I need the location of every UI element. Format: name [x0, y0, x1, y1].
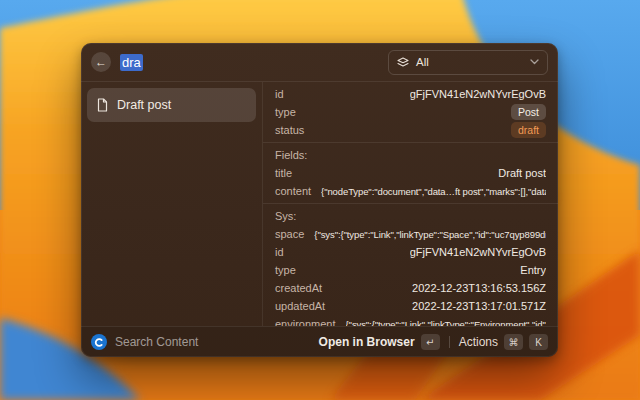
field-value: Entry — [520, 264, 546, 276]
window-body: Draft post id gFjFVN41eN2wNYvrEgOvB type… — [81, 82, 558, 326]
cmd-key-icon: ⌘ — [504, 334, 523, 350]
action-bar: Search Content Open in Browser ↵ Actions… — [81, 326, 558, 357]
section-header-label: Sys: — [275, 210, 296, 222]
footer-divider — [449, 336, 450, 348]
list-item-draft-post[interactable]: Draft post — [87, 88, 256, 122]
detail-row: createdAt 2022-12-23T13:16:53.156Z — [275, 279, 546, 297]
detail-row: status draft — [275, 121, 546, 139]
section-divider — [263, 142, 558, 143]
return-key-icon: ↵ — [421, 334, 440, 350]
field-label: id — [275, 88, 284, 100]
field-value: {"nodeType":"document","data…ft post","m… — [321, 186, 546, 197]
search-bar: ← dra All — [81, 43, 558, 82]
section-header-label: Fields: — [275, 149, 307, 161]
detail-row: space {"sys":{"type":"Link","linkType":"… — [275, 225, 546, 243]
detail-row: id gFjFVN41eN2wNYvrEgOvB — [275, 85, 546, 103]
field-label: updatedAt — [275, 300, 325, 312]
field-label: createdAt — [275, 282, 322, 294]
filter-dropdown-value: All — [416, 56, 429, 68]
detail-row: type Post — [275, 103, 546, 121]
command-name: Search Content — [115, 335, 198, 349]
section-divider — [263, 203, 558, 204]
field-label: id — [275, 246, 284, 258]
search-query-selected-text: dra — [120, 54, 143, 71]
detail-row: updatedAt 2022-12-23T13:17:01.571Z — [275, 297, 546, 315]
detail-panel: id gFjFVN41eN2wNYvrEgOvB type Post statu… — [263, 82, 558, 326]
filter-dropdown[interactable]: All — [388, 50, 548, 75]
field-value: 2022-12-23T13:16:53.156Z — [412, 282, 546, 294]
section-header: Fields: — [275, 146, 546, 164]
field-label: type — [275, 264, 296, 276]
field-value: {"sys":{"type":"Link","linkType":"Enviro… — [346, 319, 546, 327]
actions-button[interactable]: Actions — [459, 335, 498, 349]
detail-row: type Entry — [275, 261, 546, 279]
field-label: title — [275, 167, 292, 179]
contentful-icon — [91, 334, 107, 350]
field-label: content — [275, 185, 311, 197]
search-input[interactable]: dra — [120, 55, 143, 70]
field-value: gFjFVN41eN2wNYvrEgOvB — [410, 246, 546, 258]
type-badge: Post — [511, 104, 546, 120]
chevron-down-icon — [530, 59, 539, 65]
field-label: environment — [275, 318, 336, 326]
document-icon — [96, 98, 109, 112]
detail-row: title Draft post — [275, 164, 546, 182]
field-value: Draft post — [498, 167, 546, 179]
layers-icon — [397, 57, 409, 68]
section-header: Sys: — [275, 207, 546, 225]
desktop: ← dra All Dr — [0, 0, 640, 400]
back-button[interactable]: ← — [91, 52, 111, 72]
field-value: gFjFVN41eN2wNYvrEgOvB — [410, 88, 546, 100]
results-list: Draft post — [81, 82, 263, 326]
field-label: type — [275, 106, 296, 118]
field-value: 2022-12-23T13:17:01.571Z — [412, 300, 546, 312]
open-in-browser-button[interactable]: Open in Browser — [319, 335, 415, 349]
status-badge: draft — [511, 122, 546, 138]
list-item-title: Draft post — [117, 98, 171, 112]
detail-row: environment {"sys":{"type":"Link","linkT… — [275, 315, 546, 326]
footer-actions: Open in Browser ↵ Actions ⌘ K — [319, 334, 548, 350]
field-value: {"sys":{"type":"Link","linkType":"Space"… — [314, 229, 546, 240]
detail-row: content {"nodeType":"document","data…ft … — [275, 182, 546, 200]
field-label: status — [275, 124, 304, 136]
command-palette-window: ← dra All Dr — [81, 43, 558, 357]
field-label: space — [275, 228, 304, 240]
k-key-icon: K — [529, 334, 548, 350]
detail-row: id gFjFVN41eN2wNYvrEgOvB — [275, 243, 546, 261]
